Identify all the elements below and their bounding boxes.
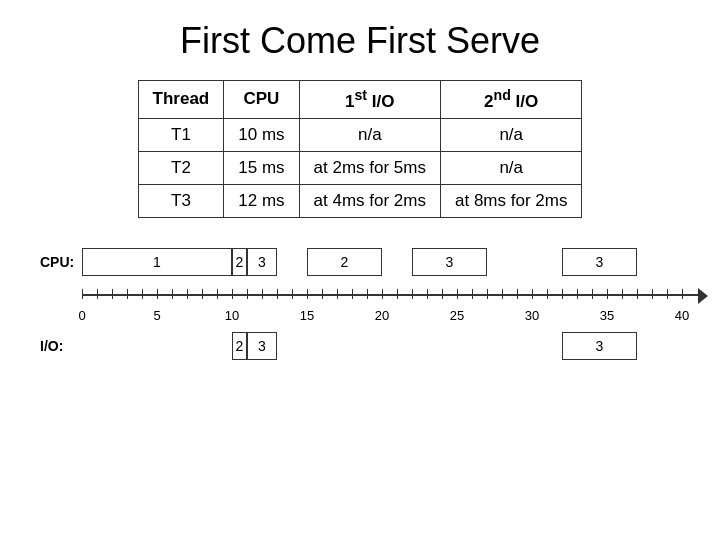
axis-label: 35 (600, 308, 614, 323)
tick-mark (352, 289, 353, 299)
tick-mark (367, 289, 368, 299)
io-block: 3 (247, 332, 277, 360)
page-title: First Come First Serve (180, 20, 540, 62)
tick-mark (382, 289, 383, 299)
tick-mark (397, 289, 398, 299)
table-cell: 15 ms (224, 151, 299, 184)
cpu-block: 1 (82, 248, 232, 276)
axis-label: 20 (375, 308, 389, 323)
col-io1: 1st I/O (299, 81, 440, 119)
tick-mark (652, 289, 653, 299)
table-cell: at 2ms for 5ms (299, 151, 440, 184)
tick-mark (457, 289, 458, 299)
col-thread: Thread (138, 81, 224, 119)
tick-mark (307, 289, 308, 299)
cpu-label: CPU: (40, 254, 82, 270)
axis-label: 0 (78, 308, 85, 323)
tick-mark (427, 289, 428, 299)
io-blocks: 233 (82, 332, 682, 360)
cpu-block: 2 (307, 248, 382, 276)
tick-mark (112, 289, 113, 299)
tick-mark (532, 289, 533, 299)
tick-mark (562, 289, 563, 299)
tick-mark (97, 289, 98, 299)
tick-mark (217, 289, 218, 299)
tick-mark (637, 289, 638, 299)
table-cell: n/a (440, 118, 581, 151)
axis-label: 15 (300, 308, 314, 323)
col-io2: 2nd I/O (440, 81, 581, 119)
page: First Come First Serve Thread CPU 1st I/… (0, 0, 720, 540)
tick-mark (172, 289, 173, 299)
table-cell: T1 (138, 118, 224, 151)
table-cell: n/a (299, 118, 440, 151)
axis-row (40, 286, 702, 306)
tick-mark (607, 289, 608, 299)
tick-mark (187, 289, 188, 299)
tick-mark (322, 289, 323, 299)
table-cell: T3 (138, 184, 224, 217)
tick-mark (547, 289, 548, 299)
tick-mark (142, 289, 143, 299)
axis-label: 5 (153, 308, 160, 323)
io-label: I/O: (40, 338, 82, 354)
tick-mark (202, 289, 203, 299)
tick-mark (517, 289, 518, 299)
table-cell: at 8ms for 2ms (440, 184, 581, 217)
axis-label: 30 (525, 308, 539, 323)
tick-mark (262, 289, 263, 299)
tick-mark (592, 289, 593, 299)
tick-mark (247, 289, 248, 299)
tick-mark (412, 289, 413, 299)
cpu-block: 2 (232, 248, 247, 276)
tick-mark (232, 289, 233, 299)
cpu-row: CPU: 123233 (40, 248, 682, 276)
tick-mark (82, 289, 83, 299)
cpu-block: 3 (412, 248, 487, 276)
axis-label: 40 (675, 308, 689, 323)
io-block: 3 (562, 332, 637, 360)
tick-mark (442, 289, 443, 299)
table-cell: T2 (138, 151, 224, 184)
table-cell: at 4ms for 2ms (299, 184, 440, 217)
tick-mark (277, 289, 278, 299)
table-cell: 12 ms (224, 184, 299, 217)
io-row: I/O: 233 (40, 332, 682, 360)
tick-mark (157, 289, 158, 299)
cpu-block: 3 (562, 248, 637, 276)
axis-label: 25 (450, 308, 464, 323)
tick-mark (622, 289, 623, 299)
tick-mark (472, 289, 473, 299)
col-cpu: CPU (224, 81, 299, 119)
tick-mark (682, 289, 683, 299)
cpu-blocks: 123233 (82, 248, 682, 276)
tick-mark (337, 289, 338, 299)
tick-mark (577, 289, 578, 299)
axis-label: 10 (225, 308, 239, 323)
tick-mark (292, 289, 293, 299)
axis-line (82, 286, 702, 306)
table-cell: 10 ms (224, 118, 299, 151)
tick-mark (502, 289, 503, 299)
axis-labels: 0510152025303540 (40, 308, 702, 328)
schedule-table: Thread CPU 1st I/O 2nd I/O T110 msn/an/a… (138, 80, 583, 218)
tick-mark (127, 289, 128, 299)
cpu-block: 3 (247, 248, 277, 276)
tick-mark (667, 289, 668, 299)
io-block: 2 (232, 332, 247, 360)
tick-mark (487, 289, 488, 299)
table-cell: n/a (440, 151, 581, 184)
